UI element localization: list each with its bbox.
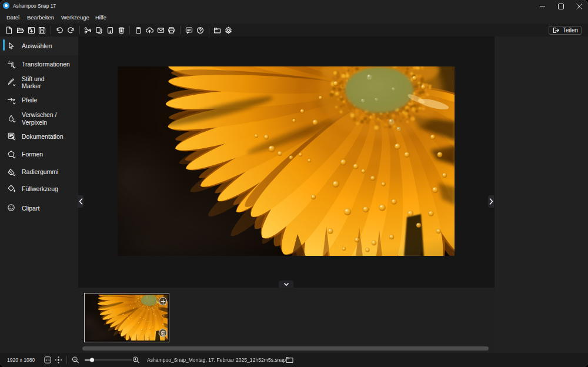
svg-text:1:1: 1:1 <box>45 358 50 362</box>
